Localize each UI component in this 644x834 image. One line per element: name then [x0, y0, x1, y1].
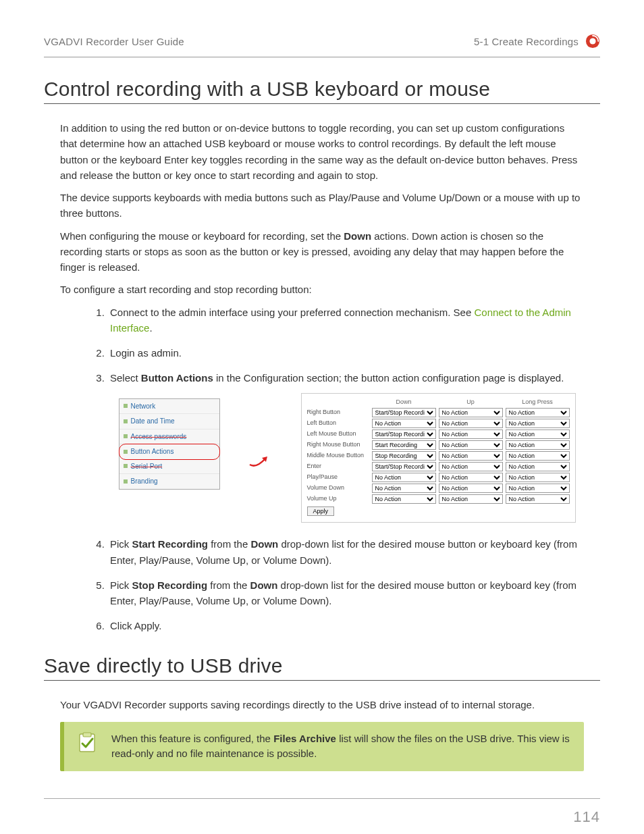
action-select-long[interactable]: No Action	[506, 419, 570, 428]
row-label: Enter	[307, 462, 369, 471]
bold-stop-recording: Stop Recording	[132, 579, 208, 591]
note-callout: When this feature is configured, the Fil…	[60, 722, 584, 771]
sidebar-item-label: Access passwords	[131, 432, 187, 442]
svg-rect-3	[83, 733, 91, 737]
arrow-icon	[247, 444, 274, 471]
action-select-up[interactable]: No Action	[439, 473, 503, 482]
ui-screenshot-mock: Network Date and Time Access passwords B…	[110, 393, 584, 523]
th-down: Down	[372, 398, 436, 407]
sidebar-item-datetime[interactable]: Date and Time	[119, 414, 219, 429]
action-select-down[interactable]: Stop Recording	[372, 451, 436, 461]
sidebar-item-serial-port[interactable]: Serial Port	[119, 459, 219, 475]
th-up: Up	[439, 398, 503, 407]
step-6: Click Apply.	[107, 618, 584, 633]
action-select-down[interactable]: No Action	[372, 494, 436, 504]
section2-title: Save directly to USB drive	[44, 654, 600, 681]
header-left: VGADVI Recorder User Guide	[44, 36, 184, 47]
action-select-long[interactable]: No Action	[506, 494, 570, 504]
action-select-long[interactable]: No Action	[506, 440, 570, 450]
bold-down: Down	[250, 579, 278, 591]
header-right: 5-1 Create Recordings	[474, 36, 579, 47]
bold-down: Down	[344, 230, 371, 242]
row-label: Right Button	[307, 408, 369, 417]
action-select-long[interactable]: No Action	[506, 484, 570, 493]
action-select-down[interactable]: Start/Stop Recording	[372, 408, 436, 417]
action-select-up[interactable]: No Action	[439, 451, 503, 461]
action-select-long[interactable]: No Action	[506, 408, 570, 417]
section1-p1: In addition to using the red button or o…	[60, 120, 584, 183]
action-select-up[interactable]: No Action	[439, 494, 503, 504]
text-fragment: from the	[208, 538, 250, 550]
section2-body: Your VGADVI Recorder supports saving rec…	[44, 685, 600, 771]
section1-p4: To configure a start recording and stop …	[60, 282, 584, 297]
bold-files-archive: Files Archive	[273, 733, 336, 744]
sidebar-item-access-passwords[interactable]: Access passwords	[119, 429, 219, 445]
section1-p2: The device supports keyboards with media…	[60, 190, 584, 221]
bullet-icon	[124, 479, 128, 484]
text-fragment: in the Configuration section; the button…	[213, 372, 564, 384]
bullet-icon	[124, 450, 128, 454]
sidebar-item-button-actions[interactable]: Button Actions	[119, 444, 220, 460]
text-fragment: .	[149, 322, 152, 334]
svg-point-1	[589, 38, 595, 44]
text-fragment: Pick	[110, 538, 132, 550]
note-text: When this feature is configured, the Fil…	[111, 731, 572, 762]
bullet-icon	[124, 419, 128, 423]
section1-p3: When configuring the mouse or keyboard f…	[60, 228, 584, 276]
page-number: 114	[44, 808, 600, 826]
section2-p1: Your VGADVI Recorder supports saving rec…	[60, 697, 584, 712]
sidebar-item-branding[interactable]: Branding	[119, 474, 219, 489]
row-label: Right Mouse Button	[307, 440, 369, 450]
row-label: Left Mouse Button	[307, 429, 369, 439]
apply-button[interactable]: Apply	[307, 506, 335, 516]
action-select-up[interactable]: No Action	[439, 408, 503, 417]
action-select-long[interactable]: No Action	[506, 462, 570, 471]
step-1: Connect to the admin interface using you…	[107, 305, 584, 336]
action-select-down[interactable]: No Action	[372, 484, 436, 493]
steps-list: Connect to the admin interface using you…	[107, 305, 584, 634]
action-select-up[interactable]: No Action	[439, 440, 503, 450]
action-select-long[interactable]: No Action	[506, 451, 570, 461]
action-select-long[interactable]: No Action	[506, 429, 570, 439]
action-select-down[interactable]: Start/Stop Recording	[372, 462, 436, 471]
row-label: Volume Down	[307, 484, 369, 493]
section1-body: In addition to using the red button or o…	[44, 108, 600, 634]
step-4: Pick Start Recording from the Down drop-…	[107, 536, 584, 568]
sidebar-mock: Network Date and Time Access passwords B…	[119, 398, 220, 490]
section1-title: Control recording with a USB keyboard or…	[44, 78, 600, 104]
bold-button-actions: Button Actions	[141, 372, 213, 384]
bullet-icon	[124, 404, 128, 408]
sidebar-item-network[interactable]: Network	[119, 399, 219, 415]
text-fragment: When this feature is configured, the	[111, 733, 273, 744]
text-fragment: When configuring the mouse or keyboard f…	[60, 230, 344, 242]
sidebar-item-label: Button Actions	[131, 446, 174, 457]
sidebar-item-label: Date and Time	[131, 416, 175, 427]
button-actions-table: Down Up Long Press Right ButtonStart/Sto…	[301, 393, 576, 523]
action-select-up[interactable]: No Action	[439, 419, 503, 428]
action-select-down[interactable]: Start Recording	[372, 440, 436, 450]
text-fragment: Pick	[110, 579, 132, 591]
row-label: Volume Up	[307, 494, 369, 504]
bold-start-recording: Start Recording	[132, 538, 209, 550]
text-fragment: from the	[207, 579, 250, 591]
sidebar-item-label: Branding	[131, 476, 158, 487]
action-select-down[interactable]: Start/Stop Recording	[372, 429, 436, 439]
row-label: Middle Mouse Button	[307, 451, 369, 461]
bold-down: Down	[250, 538, 278, 550]
step-2: Login as admin.	[107, 345, 584, 361]
brand-icon	[585, 34, 600, 49]
sidebar-item-label: Serial Port	[131, 461, 163, 472]
bullet-icon	[124, 464, 128, 468]
row-label: Play/Pause	[307, 473, 369, 482]
action-select-down[interactable]: No Action	[372, 473, 436, 482]
footer-divider	[44, 798, 600, 799]
doc-header: VGADVI Recorder User Guide 5-1 Create Re…	[44, 34, 600, 57]
step-3: Select Button Actions in the Configurati…	[107, 370, 584, 523]
action-select-up[interactable]: No Action	[439, 462, 503, 471]
action-select-down[interactable]: No Action	[372, 419, 436, 428]
sidebar-item-label: Network	[131, 401, 156, 412]
action-select-long[interactable]: No Action	[506, 473, 570, 482]
action-select-up[interactable]: No Action	[439, 484, 503, 493]
step-5: Pick Stop Recording from the Down drop-d…	[107, 577, 584, 609]
action-select-up[interactable]: No Action	[439, 429, 503, 439]
